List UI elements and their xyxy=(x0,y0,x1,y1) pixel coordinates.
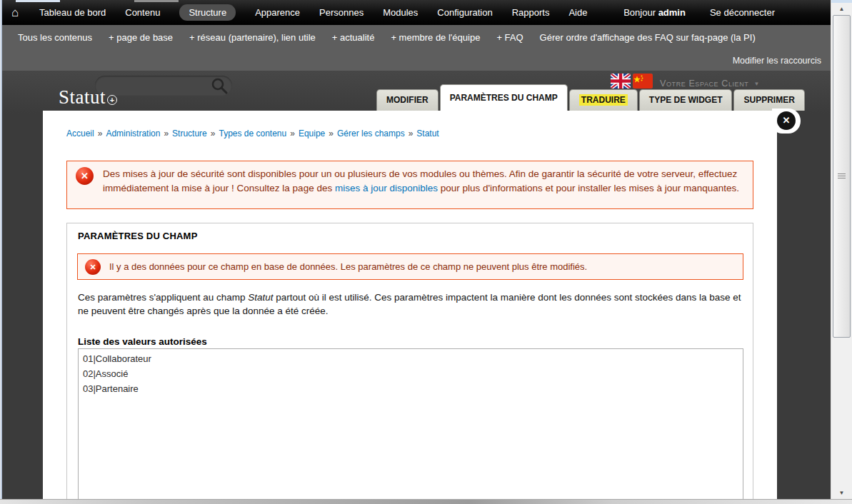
logout-link[interactable]: Se déconnecter xyxy=(710,7,775,18)
breadcrumb-types-de-contenu[interactable]: Types de contenu xyxy=(219,128,286,138)
error-icon: ✕ xyxy=(85,259,101,275)
shortcut-manage-faq-order[interactable]: Gérer ordre d'affichage des FAQ sur faq-… xyxy=(540,32,756,43)
overlay-close-tab: ✕ xyxy=(772,109,801,133)
field-locked-error-message: ✕ Il y a des données pour ce champ en ba… xyxy=(77,253,743,280)
breadcrumb-separator: » xyxy=(164,128,169,138)
breadcrumb-separator: » xyxy=(409,128,414,138)
breadcrumb-equipe[interactable]: Equipe xyxy=(299,128,325,138)
menu-item-content[interactable]: Contenu xyxy=(125,7,160,18)
home-icon[interactable]: ⌂ xyxy=(11,5,19,20)
menu-item-configuration[interactable]: Configuration xyxy=(437,7,492,18)
overlay-panel: Accueil»Administration»Structure»Types d… xyxy=(43,111,777,504)
field-name-emphasis: Statut xyxy=(248,292,273,303)
menu-item-help[interactable]: Aide xyxy=(568,7,587,18)
shortcut-add-basic-page[interactable]: + page de base xyxy=(109,32,173,43)
field-locked-text: Il y a des données pour ce champ en base… xyxy=(109,261,587,272)
security-message-text-end: pour plus d'informations et pour install… xyxy=(438,183,739,193)
window-top-edge-gray xyxy=(134,0,179,2)
shortcut-add-team-member[interactable]: + membre de l'équipe xyxy=(391,32,480,43)
user-greeting: Bonjour admin xyxy=(623,7,686,18)
breadcrumb-separator: » xyxy=(329,128,334,138)
fieldset-legend: PARAMÈTRES DU CHAMP xyxy=(78,231,198,241)
search-icon[interactable] xyxy=(211,77,229,96)
scrollbar-top-cap xyxy=(831,0,852,3)
add-shortcut-icon[interactable]: + xyxy=(107,95,117,105)
menu-item-dashboard[interactable]: Tableau de bord xyxy=(39,7,106,18)
admin-toolbar: ⌂ Tableau de bord Contenu Structure Appa… xyxy=(0,0,831,25)
breadcrumb: Accueil»Administration»Structure»Types d… xyxy=(66,128,439,138)
breadcrumb-statut[interactable]: Statut xyxy=(416,128,438,138)
shortcut-add-network[interactable]: + réseau (partenaire), lien utile xyxy=(189,32,316,43)
shortcuts-bar: Tous les contenus + page de base + résea… xyxy=(0,25,831,71)
page-title: Statut xyxy=(59,86,106,109)
shortcut-add-news[interactable]: + actualité xyxy=(332,32,375,43)
scrollbar-up-arrow[interactable]: ▲ xyxy=(832,4,851,14)
allowed-values-textarea[interactable]: 01|Collaborateur 02|Associé 03|Partenair… xyxy=(78,348,743,504)
tab-traduire-label: TRADUIRE xyxy=(579,94,628,106)
close-icon[interactable]: ✕ xyxy=(777,111,796,130)
shortcut-add-faq[interactable]: + FAQ xyxy=(496,32,523,43)
tab-parametres-du-champ[interactable]: PARAMÈTRES DU CHAMP xyxy=(440,84,568,111)
breadcrumb-accueil[interactable]: Accueil xyxy=(66,128,94,138)
tab-supprimer[interactable]: SUPPRIMER xyxy=(733,89,804,111)
tab-traduire[interactable]: TRADUIRE xyxy=(569,89,638,111)
tab-type-de-widget[interactable]: TYPE DE WIDGET xyxy=(639,89,733,111)
menu-item-appearance[interactable]: Apparence xyxy=(255,7,300,18)
vertical-scrollbar[interactable]: ▲ ▼ xyxy=(831,0,852,504)
allowed-values-label: Liste des valeurs autorisées xyxy=(78,336,207,347)
breadcrumb-gerer-les-champs[interactable]: Gérer les champs xyxy=(337,128,405,138)
window-bottom-edge xyxy=(0,499,852,504)
field-tabs: MODIFIER PARAMÈTRES DU CHAMP TRADUIRE TY… xyxy=(376,84,805,111)
breadcrumb-separator: » xyxy=(211,128,216,138)
edit-shortcuts-link[interactable]: Modifier les raccourcis xyxy=(733,56,821,66)
shortcut-all-content[interactable]: Tous les contenus xyxy=(18,32,92,43)
breadcrumb-separator: » xyxy=(98,128,103,138)
menu-item-modules[interactable]: Modules xyxy=(383,7,418,18)
error-icon: ✕ xyxy=(76,167,94,185)
security-update-error-message: ✕ Des mises à jour de sécurité sont disp… xyxy=(66,161,753,209)
available-updates-link[interactable]: mises à jour disponibles xyxy=(335,183,438,193)
window-left-edge xyxy=(0,0,2,504)
admin-menu: Tableau de bord Contenu Structure Appare… xyxy=(39,0,587,25)
tab-modifier[interactable]: MODIFIER xyxy=(376,89,438,111)
breadcrumb-structure[interactable]: Structure xyxy=(172,128,207,138)
breadcrumb-administration[interactable]: Administration xyxy=(106,128,160,138)
breadcrumb-separator: » xyxy=(290,128,295,138)
scrollbar-down-arrow[interactable]: ▼ xyxy=(832,488,851,498)
field-settings-description: Ces paramètres s'appliquent au champ Sta… xyxy=(78,291,746,318)
scrollbar-thumb[interactable] xyxy=(833,15,851,338)
window-top-edge-light xyxy=(16,0,60,2)
field-settings-fieldset: PARAMÈTRES DU CHAMP ✕ Il y a des données… xyxy=(66,223,753,504)
menu-item-people[interactable]: Personnes xyxy=(319,7,364,18)
menu-item-reports[interactable]: Rapports xyxy=(512,7,550,18)
menu-item-structure[interactable]: Structure xyxy=(179,4,236,21)
username: admin xyxy=(658,7,686,18)
